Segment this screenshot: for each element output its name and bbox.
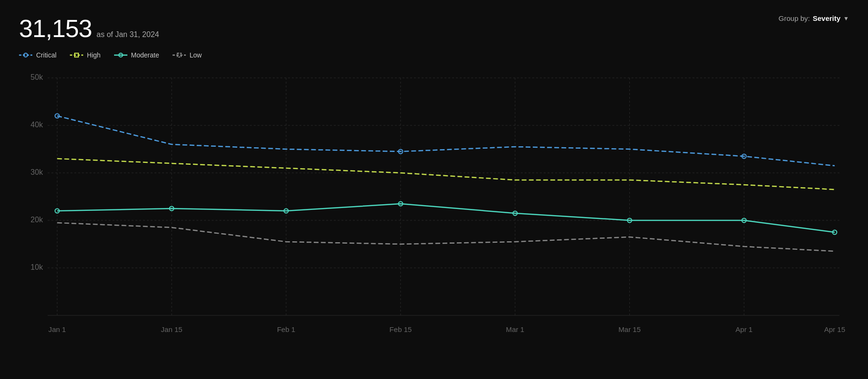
legend-item-high: High [70,51,101,59]
svg-text:Jan 15: Jan 15 [161,325,183,333]
chart-legend: Critical High Moderate [19,51,849,59]
svg-text:50k: 50k [30,73,43,81]
low-legend-icon [173,52,186,58]
svg-text:30k: 30k [30,168,43,176]
high-label: High [87,51,101,59]
legend-item-moderate: Moderate [114,51,159,59]
low-line [57,223,835,251]
svg-text:20k: 20k [30,215,43,224]
chart-area: 50k 40k 30k 20k 10k Jan 1 Jan 15 Feb 1 F… [19,68,849,344]
svg-text:Apr 1: Apr 1 [735,325,752,333]
group-by-selector[interactable]: Group by: Severity ▼ [779,14,849,22]
high-line [57,159,835,190]
svg-text:Feb 15: Feb 15 [389,325,412,333]
legend-item-critical: Critical [19,51,57,59]
chart-container: 31,153 as of Jan 31, 2024 Group by: Seve… [0,0,868,379]
critical-legend-icon [19,52,32,58]
legend-item-low: Low [173,51,202,59]
chevron-down-icon: ▼ [843,15,849,22]
svg-text:Feb 1: Feb 1 [277,325,295,333]
moderate-legend-icon [114,52,127,58]
chart-svg: 50k 40k 30k 20k 10k Jan 1 Jan 15 Feb 1 F… [19,68,849,344]
low-label: Low [190,51,202,59]
svg-text:10k: 10k [30,263,43,271]
critical-line [57,116,835,166]
header-row: 31,153 as of Jan 31, 2024 Group by: Seve… [19,14,849,43]
group-by-label: Group by: [779,14,810,22]
stat-label: as of Jan 31, 2024 [96,30,159,39]
svg-text:Mar 15: Mar 15 [618,325,641,333]
svg-text:40k: 40k [30,120,43,129]
critical-label: Critical [36,51,57,59]
moderate-label: Moderate [131,51,159,59]
svg-text:Apr 15: Apr 15 [824,325,845,333]
svg-text:Mar 1: Mar 1 [506,325,524,333]
stat-number: 31,153 [19,14,92,43]
stat-block: 31,153 as of Jan 31, 2024 [19,14,159,43]
high-legend-icon [70,52,83,58]
group-by-value: Severity [813,14,840,22]
svg-text:Jan 1: Jan 1 [48,325,66,333]
